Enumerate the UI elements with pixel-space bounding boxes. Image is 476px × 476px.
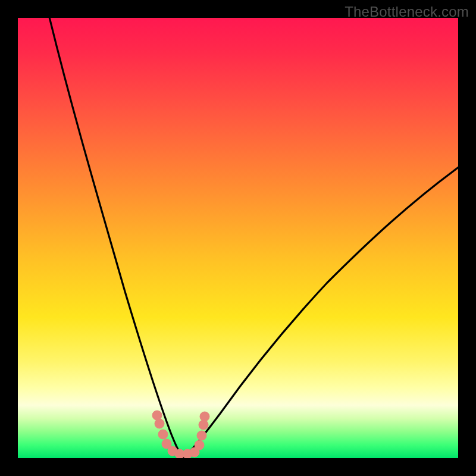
watermark-text: TheBottleneck.com — [345, 4, 469, 20]
chart-frame: TheBottleneck.com — [0, 0, 476, 476]
svg-point-0 — [152, 411, 162, 420]
svg-point-11 — [200, 412, 209, 421]
svg-point-8 — [195, 440, 204, 450]
plot-area — [18, 18, 458, 458]
svg-point-9 — [197, 431, 206, 440]
curve-overlay — [18, 18, 458, 458]
svg-point-2 — [158, 430, 168, 439]
svg-point-10 — [199, 420, 208, 430]
curve-right — [183, 167, 458, 458]
marker-cluster — [152, 411, 209, 458]
curve-left — [49, 18, 183, 458]
svg-point-1 — [155, 419, 164, 428]
